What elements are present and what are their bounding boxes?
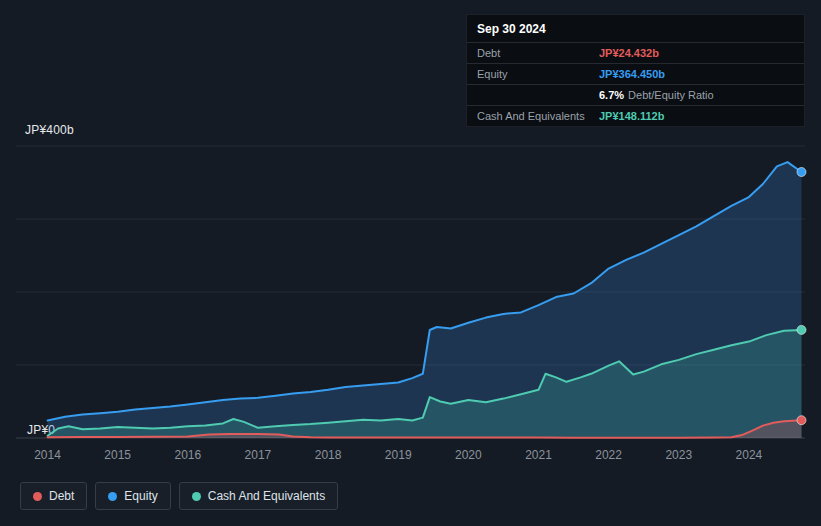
legend-cash-label: Cash And Equivalents bbox=[208, 489, 325, 503]
cash-endpoint-marker[interactable] bbox=[797, 325, 806, 334]
x-tick-2016: 2016 bbox=[174, 448, 201, 462]
tooltip-debt-value: JP¥24.432b bbox=[599, 47, 659, 59]
x-tick-2023: 2023 bbox=[665, 448, 692, 462]
equity-series-dot-icon bbox=[108, 492, 117, 501]
tooltip-ratio-value: 6.7% bbox=[599, 89, 624, 101]
tooltip-date: Sep 30 2024 bbox=[467, 15, 804, 42]
tooltip-row-debt: Debt JP¥24.432b bbox=[467, 42, 804, 63]
tooltip-debt-label: Debt bbox=[477, 47, 599, 59]
tooltip-row-cash: Cash And Equivalents JP¥148.112b bbox=[467, 105, 804, 126]
cash-series-dot-icon bbox=[192, 492, 201, 501]
equity-endpoint-marker[interactable] bbox=[797, 168, 806, 177]
timeseries-chart[interactable] bbox=[16, 146, 805, 438]
tooltip-ratio: 6.7%Debt/Equity Ratio bbox=[599, 89, 714, 101]
x-tick-2014: 2014 bbox=[34, 448, 61, 462]
tooltip-row-equity: Equity JP¥364.450b bbox=[467, 63, 804, 84]
legend-item-debt[interactable]: Debt bbox=[20, 482, 87, 510]
x-tick-2020: 2020 bbox=[455, 448, 482, 462]
debt-endpoint-marker[interactable] bbox=[797, 416, 806, 425]
tooltip-equity-label: Equity bbox=[477, 68, 599, 80]
tooltip-row-ratio: 6.7%Debt/Equity Ratio bbox=[467, 84, 804, 105]
legend-debt-label: Debt bbox=[49, 489, 74, 503]
legend-item-cash[interactable]: Cash And Equivalents bbox=[179, 482, 338, 510]
legend-item-equity[interactable]: Equity bbox=[95, 482, 170, 510]
tooltip-ratio-label: Debt/Equity Ratio bbox=[628, 89, 714, 101]
tooltip-cash-value: JP¥148.112b bbox=[599, 110, 664, 122]
chart-page: { "tooltip": { "date": "Sep 30 2024", "d… bbox=[0, 0, 821, 526]
debt-series-dot-icon bbox=[33, 492, 42, 501]
x-axis-labels: 2014201520162017201820192020202120222023… bbox=[0, 448, 821, 464]
x-tick-2018: 2018 bbox=[315, 448, 342, 462]
x-tick-2019: 2019 bbox=[385, 448, 412, 462]
x-tick-2017: 2017 bbox=[245, 448, 272, 462]
chart-legend: Debt Equity Cash And Equivalents bbox=[20, 482, 338, 510]
x-tick-2024: 2024 bbox=[736, 448, 763, 462]
tooltip-equity-value: JP¥364.450b bbox=[599, 68, 665, 80]
chart-plot-area[interactable] bbox=[16, 146, 805, 438]
x-tick-2015: 2015 bbox=[104, 448, 131, 462]
x-tick-2021: 2021 bbox=[525, 448, 552, 462]
tooltip-cash-label: Cash And Equivalents bbox=[477, 110, 599, 122]
chart-tooltip: Sep 30 2024 Debt JP¥24.432b Equity JP¥36… bbox=[466, 14, 805, 127]
x-tick-2022: 2022 bbox=[595, 448, 622, 462]
legend-equity-label: Equity bbox=[124, 489, 157, 503]
y-axis-label-top: JP¥400b bbox=[25, 123, 74, 137]
